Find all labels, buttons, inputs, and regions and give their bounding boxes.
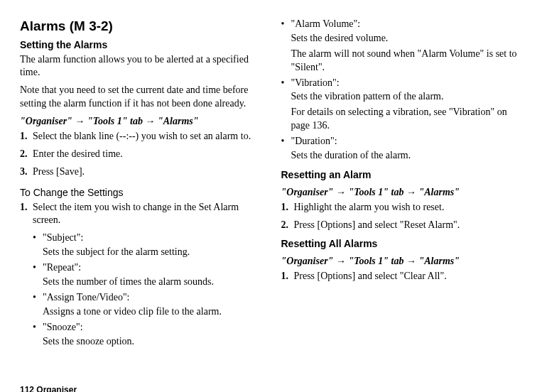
step-text: Highlight the alarm you wish to reset. xyxy=(294,201,523,214)
bullet-icon: • xyxy=(33,291,43,305)
setting-vibration-desc2: For details on selecting a vibration, se… xyxy=(281,106,523,133)
intro-paragraph: The alarm function allows you to be aler… xyxy=(20,53,261,80)
setting-snooze-desc: Sets the snooze option. xyxy=(20,335,261,349)
step-number: 2. xyxy=(20,148,33,161)
page-title: Alarms (M 3-2) xyxy=(20,17,261,36)
nav-path-reset: "Organiser" → "Tools 1" tab → "Alarms" xyxy=(281,186,523,200)
bullet-icon: • xyxy=(281,18,291,31)
setting-label: "Subject": xyxy=(43,232,261,245)
setting-label: "Alarm Volume": xyxy=(291,18,523,31)
setting-duration-desc: Sets the duration of the alarm. xyxy=(281,149,523,163)
change-settings-heading: To Change the Settings xyxy=(20,186,261,200)
setting-tone: • "Assign Tone/Video": xyxy=(20,291,261,305)
bullet-icon: • xyxy=(281,77,291,90)
bullet-icon: • xyxy=(281,135,291,148)
step-number: 3. xyxy=(20,165,33,179)
bullet-icon: • xyxy=(33,261,43,275)
reset-alarm-heading: Resetting an Alarm xyxy=(281,168,523,182)
step-text: Press [Options] and select "Clear All". xyxy=(294,270,523,283)
reset-step-2: 2. Press [Options] and select "Reset Ala… xyxy=(281,219,523,232)
setting-step-3: 3. Press [Save]. xyxy=(20,165,261,179)
step-number: 1. xyxy=(281,201,294,214)
step-text: Select the item you wish to change in th… xyxy=(33,201,261,228)
step-number: 2. xyxy=(281,219,294,232)
bullet-icon: • xyxy=(33,232,43,245)
setting-subject-desc: Sets the subject for the alarm setting. xyxy=(20,246,261,259)
nav-path-setting: "Organiser" → "Tools 1" tab → "Alarms" xyxy=(20,115,261,129)
setting-step-1: 1. Select the blank line (--:--) you wis… xyxy=(20,130,261,143)
step-text: Press [Options] and select "Reset Alarm"… xyxy=(294,219,523,232)
reset-all-heading: Resetting All Alarms xyxy=(281,237,523,251)
setting-label: "Snooze": xyxy=(43,321,261,334)
step-text: Enter the desired time. xyxy=(33,148,261,161)
setting-volume-desc1: Sets the desired volume. xyxy=(281,32,523,45)
reset-step-1: 1. Highlight the alarm you wish to reset… xyxy=(281,201,523,214)
page-footer: 112 Organiser xyxy=(20,384,522,392)
setting-label: "Duration": xyxy=(291,135,523,148)
setting-vibration: • "Vibration": xyxy=(281,77,523,90)
step-number: 1. xyxy=(20,201,33,228)
step-number: 1. xyxy=(20,130,33,143)
reset-all-step-1: 1. Press [Options] and select "Clear All… xyxy=(281,270,523,283)
setting-label: "Assign Tone/Video": xyxy=(43,291,261,305)
setting-alarms-heading: Setting the Alarms xyxy=(20,38,261,52)
setting-tone-desc: Assigns a tone or video clip file to the… xyxy=(20,305,261,319)
step-text: Select the blank line (--:--) you wish t… xyxy=(33,130,261,143)
setting-vibration-desc1: Sets the vibration pattern of the alarm. xyxy=(281,90,523,104)
setting-duration: • "Duration": xyxy=(281,135,523,148)
setting-volume-desc2: The alarm will not sound when "Alarm Vol… xyxy=(281,48,523,75)
setting-subject: • "Subject": xyxy=(20,232,261,245)
step-number: 1. xyxy=(281,270,294,283)
setting-step-2: 2. Enter the desired time. xyxy=(20,148,261,161)
setting-label: "Vibration": xyxy=(291,77,523,90)
bullet-icon: • xyxy=(33,321,43,334)
setting-label: "Repeat": xyxy=(43,261,261,275)
step-text: Press [Save]. xyxy=(33,165,261,179)
setting-repeat: • "Repeat": xyxy=(20,261,261,275)
change-step-1: 1. Select the item you wish to change in… xyxy=(20,201,261,228)
setting-snooze: • "Snooze": xyxy=(20,321,261,334)
note-paragraph: Note that you need to set the current da… xyxy=(20,84,261,111)
setting-repeat-desc: Sets the number of times the alarm sound… xyxy=(20,276,261,289)
nav-path-reset-all: "Organiser" → "Tools 1" tab → "Alarms" xyxy=(281,255,523,268)
setting-volume: • "Alarm Volume": xyxy=(281,18,523,31)
